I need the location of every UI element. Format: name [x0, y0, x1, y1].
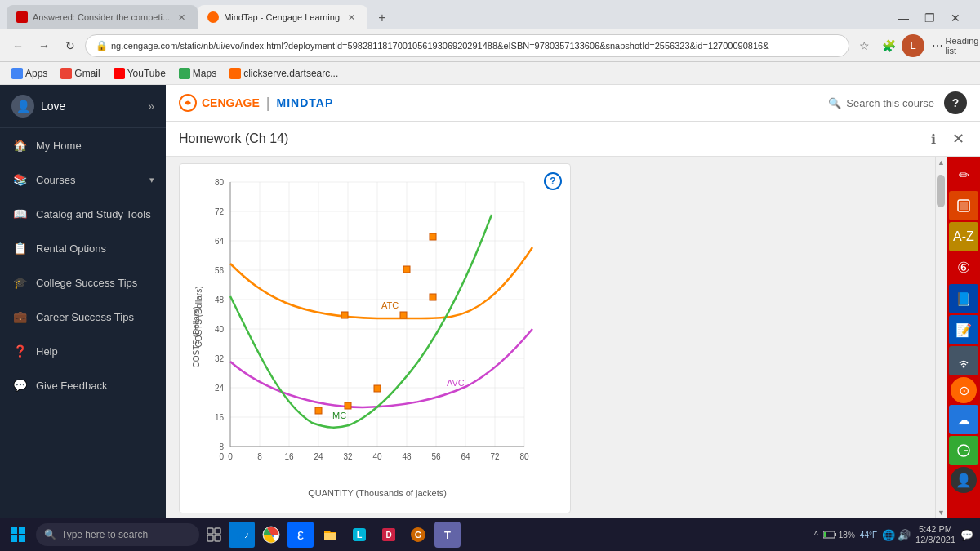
browser-close-button[interactable]: ✕	[944, 7, 967, 29]
battery-icon	[823, 531, 836, 539]
bookmark-gmail[interactable]: Gmail	[56, 66, 105, 81]
sidebar-collapse-button[interactable]: »	[148, 100, 154, 113]
svg-text:COSTS (Dollars): COSTS (Dollars)	[192, 306, 201, 367]
sidebar-item-catalog[interactable]: 📖 Catalog and Study Tools	[0, 197, 166, 231]
task-view-button[interactable]	[203, 523, 225, 546]
scroll-track	[936, 168, 946, 507]
sidebar-item-career-tips[interactable]: 💼 Career Success Tips	[0, 300, 166, 334]
taskbar-files-button[interactable]	[317, 522, 343, 548]
bookmark-dart[interactable]: clickserve.dartsearc...	[225, 66, 343, 81]
taskbar-app7-button[interactable]: G	[405, 522, 431, 548]
toolbar-az-button[interactable]: A-Z	[949, 222, 978, 251]
app6-icon: D	[380, 526, 398, 544]
toolbar-six-button[interactable]: ⑥	[949, 253, 978, 282]
scroll-down-button[interactable]: ▼	[936, 507, 947, 518]
reading-list-button[interactable]: Reading list	[951, 34, 973, 57]
svg-rect-48	[403, 266, 410, 273]
sidebar-item-college-tips[interactable]: 🎓 College Success Tips	[0, 265, 166, 300]
svg-text:G: G	[415, 530, 422, 540]
home-icon: 🏠	[11, 137, 28, 153]
weather-indicator: 44°F	[860, 530, 877, 540]
forward-button[interactable]: →	[33, 34, 56, 57]
taskbar-teams-button[interactable]: T	[434, 522, 461, 548]
reload-button[interactable]: ↻	[59, 34, 82, 57]
courses-icon: 📚	[11, 171, 28, 188]
edge-icon	[234, 527, 250, 543]
notifications-button[interactable]: 💬	[960, 529, 973, 541]
search-container[interactable]: 🔍 Search this course	[828, 97, 934, 109]
toolbar-user-button[interactable]: 👤	[951, 467, 977, 493]
chrome-icon	[262, 526, 280, 544]
chart-help-button[interactable]: ?	[544, 172, 562, 190]
sidebar-rental-label: Rental Options	[36, 242, 154, 255]
taskbar-edge-button[interactable]	[229, 522, 255, 548]
homework-info-button[interactable]: ℹ	[924, 130, 942, 148]
toolbar-cloud-button[interactable]: ☁	[949, 405, 978, 434]
svg-text:48: 48	[402, 452, 412, 461]
dart-icon	[229, 68, 241, 79]
svg-rect-70	[215, 535, 220, 541]
taskbar-app6-button[interactable]: D	[376, 522, 402, 548]
tray-show-hidden[interactable]: ^	[814, 531, 818, 540]
bookmark-gmail-label: Gmail	[74, 68, 100, 79]
svg-text:80: 80	[519, 452, 529, 461]
toolbar-rss-button[interactable]	[949, 191, 978, 220]
task-view-icon	[207, 527, 221, 542]
toolbar-book-button[interactable]: 📘	[949, 284, 978, 313]
svg-text:72: 72	[215, 207, 225, 216]
clock[interactable]: 5:42 PM 12/8/2021	[915, 524, 956, 545]
svg-text:24: 24	[314, 452, 323, 461]
toolbar-orange-circle-button[interactable]: ⊙	[951, 377, 977, 403]
svg-text:0: 0	[228, 452, 233, 461]
sidebar-help-label: Help	[36, 345, 154, 358]
bookmark-maps[interactable]: Maps	[174, 66, 221, 81]
minimize-button[interactable]: —	[892, 7, 915, 29]
back-button[interactable]: ←	[7, 34, 29, 57]
bookmark-apps[interactable]: Apps	[7, 66, 52, 81]
svg-rect-64	[19, 527, 25, 534]
scroll-up-button[interactable]: ▲	[936, 157, 947, 168]
homework-actions: ℹ ✕	[924, 130, 967, 148]
taskbar-edge2-button[interactable]: ε	[287, 522, 314, 548]
search-icon: 🔍	[828, 97, 841, 109]
tab-2[interactable]: MindTap - Cengage Learning ✕	[198, 5, 368, 29]
taskbar-chrome-button[interactable]	[258, 522, 284, 548]
sidebar-item-my-home[interactable]: 🏠 My Home	[0, 128, 166, 162]
toolbar-wifi-button[interactable]	[949, 346, 978, 375]
right-toolbar: ✏ A-Z ⑥ 📘 📝 ⊙ ☁	[947, 157, 980, 518]
homework-close-button[interactable]: ✕	[949, 130, 967, 148]
global-help-button[interactable]: ?	[944, 91, 967, 114]
taskbar-app5-button[interactable]: L	[346, 522, 372, 548]
sidebar-item-courses[interactable]: 📚 Courses ▾	[0, 162, 166, 197]
svg-rect-45	[341, 312, 348, 318]
toolbar-pencil-button[interactable]: ✏	[949, 160, 978, 189]
tab2-close[interactable]: ✕	[345, 11, 358, 24]
time-label: 5:42 PM	[919, 524, 952, 535]
start-button[interactable]	[3, 520, 33, 549]
taskbar-search[interactable]: 🔍 Type here to search	[36, 523, 199, 546]
tab-1[interactable]: Answered: Consider the competi... ✕	[7, 5, 198, 29]
address-bar[interactable]: 🔒 ng.cengage.com/static/nb/ui/evo/index.…	[85, 34, 849, 57]
sidebar-item-rental[interactable]: 📋 Rental Options	[0, 231, 166, 265]
toolbar-google-button[interactable]	[949, 436, 978, 465]
new-tab-button[interactable]: +	[371, 7, 394, 29]
nav-bar: ← → ↻ 🔒 ng.cengage.com/static/nb/ui/evo/…	[0, 29, 980, 62]
tab1-close[interactable]: ✕	[175, 11, 188, 24]
sidebar-item-help[interactable]: ❓ Help	[0, 334, 166, 368]
bookmark-youtube[interactable]: YouTube	[109, 66, 171, 81]
homework-title: Homework (Ch 14)	[179, 131, 288, 146]
sidebar-user[interactable]: 👤 Love »	[0, 85, 166, 128]
taskbar-apps: ε L D G T	[229, 522, 461, 548]
sidebar-item-feedback[interactable]: 💬 Give Feedback	[0, 368, 166, 402]
profile-icon[interactable]: L	[902, 34, 924, 57]
browser-chrome: Answered: Consider the competi... ✕ Mind…	[0, 0, 980, 85]
extensions-icon[interactable]: 🧩	[877, 34, 900, 57]
svg-rect-81	[835, 533, 836, 536]
scroll-thumb[interactable]	[937, 175, 945, 207]
scrollbar[interactable]: ▲ ▼	[935, 157, 947, 518]
toolbar-notes-button[interactable]: 📝	[949, 315, 978, 344]
catalog-icon: 📖	[11, 206, 28, 222]
restore-button[interactable]: ❐	[918, 7, 941, 29]
favorites-icon[interactable]: ☆	[853, 34, 875, 57]
google-icon	[956, 443, 971, 458]
